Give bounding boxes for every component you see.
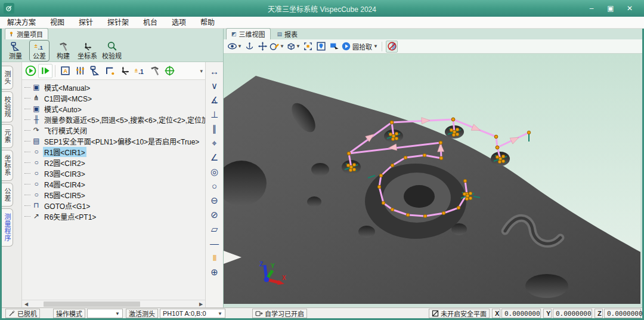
mode-label-box: 操作模式	[53, 309, 85, 318]
position-icon[interactable]: ⌖	[208, 136, 222, 150]
true-position-icon[interactable]: ⊕	[208, 265, 222, 279]
stop-button[interactable]	[386, 41, 398, 53]
fit-button[interactable]	[302, 41, 314, 53]
run-button[interactable]	[23, 64, 38, 78]
tree-item-10[interactable]: ○R5圆<CIR5>	[24, 189, 205, 200]
viewport-3d[interactable]: ZYX	[224, 54, 642, 307]
menu-item-5[interactable]: 选项	[165, 17, 193, 29]
tree-item-label: 飞行模式关闭	[43, 125, 88, 136]
side-tab-probe[interactable]: 测头	[2, 66, 13, 90]
locate-pin-button[interactable]	[315, 41, 327, 53]
tolerance-button[interactable]: ±.1	[132, 64, 147, 78]
menu-item-6[interactable]: 帮助	[193, 17, 222, 29]
run-icon	[25, 65, 36, 76]
flatness-icon[interactable]: ▱	[208, 222, 222, 236]
circle-icon: ○	[32, 148, 41, 155]
probe-select[interactable]: PH10T A:0,B:0 ▼	[160, 309, 225, 318]
rotate-button[interactable]	[243, 41, 255, 53]
symmetry-lines-icon[interactable]: |||	[208, 251, 222, 264]
tab-report[interactable]: ▤报表	[272, 28, 304, 39]
cube-button[interactable]: ▼	[286, 41, 301, 53]
minimize-button[interactable]: –	[583, 2, 600, 14]
axes-button[interactable]	[117, 64, 132, 78]
circularity-icon[interactable]: ○	[208, 179, 222, 193]
side-tab-program[interactable]: 测量程序	[2, 208, 13, 247]
chevron-down-icon: ▼	[280, 44, 284, 49]
step-button[interactable]	[38, 64, 52, 78]
scrollbar-track[interactable]	[30, 301, 197, 307]
runout-icon[interactable]: ⊘	[208, 208, 222, 221]
callback-icon: ⋔	[32, 94, 41, 101]
edit-view-button[interactable]: ▼	[270, 41, 284, 53]
scroll-left-icon[interactable]: ◀	[22, 301, 30, 307]
gauge-tool[interactable]: 校验规	[101, 40, 122, 61]
goto-icon	[104, 65, 116, 76]
offline-label: 已脱机	[17, 309, 37, 318]
construct-tool[interactable]: 构建	[53, 40, 73, 61]
menu-item-3[interactable]: 探针架	[100, 17, 136, 29]
edit-view-icon	[270, 41, 280, 51]
pan-button[interactable]	[256, 41, 268, 53]
tolerance-icon: ±.1	[134, 65, 145, 76]
perpendicularity-icon[interactable]: ⊥	[208, 107, 222, 121]
maximize-button[interactable]: ▣	[602, 2, 619, 14]
straightness-icon[interactable]: ―	[208, 236, 222, 250]
svg-text:Y: Y	[271, 263, 275, 269]
svg-text:A: A	[63, 67, 67, 74]
side-tab-tolerance[interactable]: 公差	[2, 183, 13, 207]
tree-item-12[interactable]: ↗R6矢量点<PT1>	[24, 211, 205, 221]
tolerance-icon-strip: ↔∨∡⊥∥⌖∠◎○⊖⊘▱―|||⊕	[205, 62, 223, 307]
angle-tolerance-icon[interactable]: ∡	[208, 93, 222, 107]
parallelism-icon[interactable]: ∥	[208, 122, 222, 136]
close-button[interactable]: ✕	[621, 2, 638, 14]
tree-item-7[interactable]: ○R2圆<CIR2>	[24, 157, 205, 168]
tree-connector	[24, 87, 30, 88]
tab-measurement-project[interactable]: 测量项目	[5, 28, 48, 39]
menu-item-4[interactable]: 机台	[136, 17, 165, 29]
window-arrow-button[interactable]	[328, 41, 340, 53]
tree-item-0[interactable]: ▣模式<Manual>	[24, 82, 205, 93]
menu-item-1[interactable]: 视图	[43, 17, 72, 29]
coordinate-tool[interactable]: 坐标系	[77, 40, 98, 61]
tree-item-9[interactable]: ○R4圆<CIR4>	[24, 179, 205, 189]
side-tab-gauge[interactable]: 校验规	[2, 91, 13, 122]
main-area: 测量项目 测量±.1公差构建坐标系校验规 测头校验规元素坐标系公差测量程序 A±…	[2, 29, 642, 307]
svg-text:±: ±	[35, 43, 38, 49]
auto-frame-button[interactable]: A	[58, 64, 72, 78]
tree-item-4[interactable]: ↷飞行模式关闭	[24, 125, 205, 136]
menu-item-0[interactable]: 解决方案	[0, 17, 43, 29]
svg-text:X: X	[282, 275, 286, 281]
goto-button[interactable]	[103, 64, 117, 78]
eye-button[interactable]: ▼	[227, 41, 242, 53]
tree-item-6[interactable]: ○R1圆<CIR1>	[24, 146, 205, 157]
symmetry-icon[interactable]: ⊖	[208, 193, 222, 207]
tree-item-2[interactable]: ▣模式<Auto>	[24, 103, 205, 114]
scroll-right-icon[interactable]: ▶	[197, 301, 205, 307]
caliper-button[interactable]	[88, 64, 102, 78]
tree-item-5[interactable]: ▤SEP1安全平面<PLN1>偏移<10>是否启用<True>	[24, 136, 205, 146]
eye-icon	[227, 41, 237, 51]
tolerance-tool[interactable]: ±.1公差	[29, 40, 49, 61]
tree-item-11[interactable]: ⊓GOTO点<G1>	[24, 200, 205, 211]
measure-tool[interactable]: 测量	[5, 40, 26, 61]
angularity-icon[interactable]: ∠	[208, 150, 222, 164]
side-tab-element[interactable]: 元素	[2, 124, 13, 148]
tab-3d-view[interactable]: ◩三维视图	[226, 28, 271, 39]
parameters-button[interactable]	[73, 64, 87, 78]
distance-tolerance-icon[interactable]: ↔	[208, 64, 222, 78]
angle-arrows-icon[interactable]: ∨	[208, 79, 222, 93]
tree-item-1[interactable]: ⋔C1回调<MCS>	[24, 93, 205, 103]
element-target-button[interactable]	[162, 64, 177, 78]
toolbar-overflow-icon[interactable]: ▾	[200, 68, 204, 74]
hammer-button[interactable]	[147, 64, 162, 78]
tree-item-3[interactable]: ╫测量参数逼近<5>,回退<5>,搜索<6>,定位<2>,定位加<2>,测量	[24, 114, 205, 125]
circle-pick-button[interactable]: 圆拾取▼	[341, 41, 378, 53]
mode-select[interactable]: ▼	[87, 309, 123, 318]
menu-item-2[interactable]: 探针	[72, 17, 100, 29]
concentricity-icon[interactable]: ◎	[208, 165, 222, 179]
tree-item-8[interactable]: ○R3圆<CIR3>	[24, 168, 205, 179]
side-tab-coordinate[interactable]: 坐标系	[2, 150, 13, 181]
chevron-down-icon: ▼	[373, 44, 378, 49]
horizontal-scrollbar[interactable]: ◀ ▶	[22, 300, 205, 307]
scrollbar-thumb[interactable]	[44, 301, 140, 307]
